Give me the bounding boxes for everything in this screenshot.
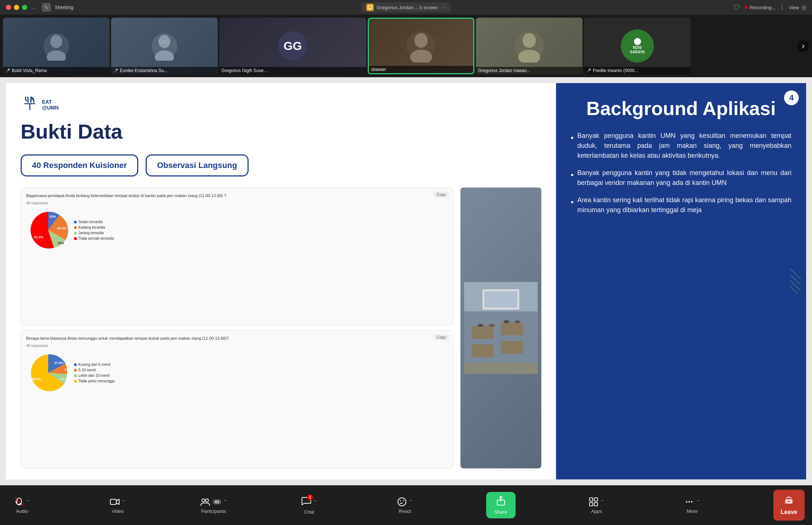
- chart-title-1: Bagaimana pendapat Anda tentang ketersed…: [26, 193, 448, 198]
- chart-card-1: Bagaimana pendapat Anda tentang ketersed…: [21, 188, 453, 326]
- svg-point-43: [400, 500, 401, 501]
- audio-chevron[interactable]: ⌃: [26, 499, 30, 505]
- svg-rect-49: [594, 503, 598, 506]
- participant-tile[interactable]: 🎤 Bukit Vista_Rama: [3, 18, 110, 74]
- svg-rect-26: [471, 326, 494, 339]
- svg-point-54: [788, 501, 790, 502]
- bullet-list: • Banyak pengguna kantin UMN yang kesuli…: [571, 131, 791, 215]
- video-control[interactable]: ⌃ Video: [103, 497, 132, 514]
- participants-label: Participants: [201, 508, 226, 514]
- video-icon: [110, 497, 120, 507]
- svg-rect-37: [464, 363, 538, 374]
- fullscreen-button[interactable]: [22, 5, 27, 10]
- svg-text:42.5%: 42.5%: [57, 226, 67, 230]
- react-control[interactable]: ⌃ React: [390, 497, 420, 514]
- more-chevron[interactable]: ⌃: [696, 499, 700, 505]
- svg-point-42: [398, 498, 406, 506]
- next-participant-arrow[interactable]: ›: [797, 40, 809, 52]
- main-content: EAT @UMN Bukti Data 40 Responden Kuision…: [0, 77, 812, 485]
- recording-dot: [745, 6, 748, 9]
- copy-button-1[interactable]: Copy: [434, 192, 449, 197]
- participants-control[interactable]: 43 ⌃ Participants: [199, 497, 228, 514]
- chat-control[interactable]: 1 ⌃ Chat: [295, 496, 324, 515]
- view-button[interactable]: View ⊞: [789, 4, 806, 11]
- svg-point-12: [410, 50, 432, 63]
- bullet-item-3: • Area kantin sering kali terlihat tidak…: [571, 195, 791, 215]
- participant-label: 🎤 Fredlie Irwanto (0000...: [584, 67, 691, 74]
- charts-area: Bagaimana pendapat Anda tentang ketersed…: [21, 188, 541, 468]
- chart2-legend: Kurang dari 5 menit 5-10 menit Lebih dar…: [74, 362, 115, 383]
- apps-control[interactable]: ⌃ Apps: [582, 497, 611, 514]
- participant-tile-active[interactable]: stiawan: [368, 18, 474, 74]
- leave-icon: [784, 495, 794, 507]
- apps-label: Apps: [591, 508, 602, 514]
- participant-tile[interactable]: 🎤 Eunike Endariahna Su...: [111, 18, 218, 74]
- participants-icon: [200, 497, 210, 507]
- participant-tile[interactable]: ⬤ NDIS SARAYA 🎤 Fredlie Irwanto (0000...: [584, 18, 691, 74]
- audio-control[interactable]: ⌃ Audio: [7, 497, 37, 514]
- svg-point-14: [518, 50, 540, 63]
- pie-chart-1: 10% 42.5% 15% 32.5% Selalu tersedia Kada…: [26, 208, 448, 252]
- observation-button: Observasi Langsung: [146, 154, 249, 176]
- svg-text:37.5%: 37.5%: [54, 361, 64, 365]
- participant-label: stiawan: [369, 66, 473, 73]
- chat-label: Chat: [304, 509, 314, 515]
- respondent-button: 40 Responden Kuisioner: [21, 154, 138, 176]
- more-options-icon[interactable]: ···: [441, 4, 446, 11]
- svg-rect-32: [484, 291, 517, 308]
- svg-point-52: [691, 501, 692, 503]
- svg-text:48.5%: 48.5%: [32, 377, 41, 381]
- traffic-lights: [6, 5, 27, 10]
- svg-point-13: [523, 33, 536, 48]
- share-control[interactable]: Share: [486, 492, 516, 518]
- svg-text:8%: 8%: [61, 378, 65, 381]
- screen-share-icon: [366, 4, 374, 11]
- audio-label: Audio: [16, 508, 28, 514]
- security-shield-icon: 🛡: [734, 4, 740, 11]
- slide-right-title: Background Aplikasi: [571, 98, 791, 120]
- participant-tile[interactable]: Gregorius Jordan Irawan...: [476, 18, 583, 74]
- svg-point-36: [514, 320, 520, 323]
- logo-icon: [21, 94, 39, 116]
- participants-chevron[interactable]: ⌃: [223, 499, 227, 505]
- chat-icon-wrap: 1: [301, 496, 311, 508]
- svg-text:32.5%: 32.5%: [34, 235, 43, 239]
- chart2-responses: 40 responses: [26, 344, 448, 348]
- bullet-item-1: • Banyak pengguna kantin UMN yang kesuli…: [571, 131, 791, 161]
- titlebar-right: 🛡 Recording... | View ⊞: [734, 4, 806, 11]
- close-button[interactable]: [6, 5, 11, 10]
- pie-chart-2: 37.5% 6% 8% 48.5% Kurang dari 5 menit 5-…: [26, 351, 448, 395]
- chat-badge: 1: [307, 494, 313, 500]
- chat-chevron[interactable]: ⌃: [313, 499, 317, 505]
- bullet-dot: •: [571, 169, 574, 181]
- svg-point-41: [206, 499, 209, 502]
- participant-tile[interactable]: GG Gregorius Gigih Suse...: [219, 18, 366, 74]
- copy-button-2[interactable]: Copy: [434, 334, 449, 340]
- chevron-down-icon[interactable]: ⌄: [32, 4, 36, 10]
- more-control[interactable]: ⌃ More: [677, 497, 707, 514]
- react-chevron[interactable]: ⌃: [409, 499, 413, 505]
- canteen-photo: [460, 188, 541, 468]
- mute-icon: 🎤: [5, 68, 10, 73]
- screen-share-indicator: Gregorius Jordan ...'s screen ···: [361, 2, 451, 12]
- page-number: 4: [784, 90, 799, 105]
- bullet-dot: •: [571, 132, 574, 144]
- app-title: Meeting: [55, 4, 74, 10]
- leave-button[interactable]: Leave: [773, 490, 805, 521]
- video-chevron[interactable]: ⌃: [121, 499, 126, 505]
- chart-title-2: Berapa lama biasanya Anda menunggu untuk…: [26, 336, 448, 341]
- svg-rect-47: [594, 498, 598, 501]
- svg-point-2: [46, 7, 48, 9]
- bullet-item-2: • Banyak pengguna kantin yang tidak meng…: [571, 168, 791, 188]
- minimize-button[interactable]: [14, 5, 19, 10]
- decorative-lines: [788, 272, 802, 291]
- participant-label: Gregorius Gigih Suse...: [219, 67, 366, 74]
- toolbar: ⌃ Audio ⌃ Video 43: [0, 485, 812, 525]
- apps-chevron[interactable]: ⌃: [600, 499, 605, 505]
- photo-placeholder: [460, 188, 541, 468]
- leave-label: Leave: [781, 509, 797, 515]
- svg-point-33: [478, 324, 484, 327]
- svg-rect-39: [110, 499, 116, 504]
- svg-point-0: [44, 5, 49, 10]
- chart1-responses: 40 responses: [26, 201, 448, 205]
